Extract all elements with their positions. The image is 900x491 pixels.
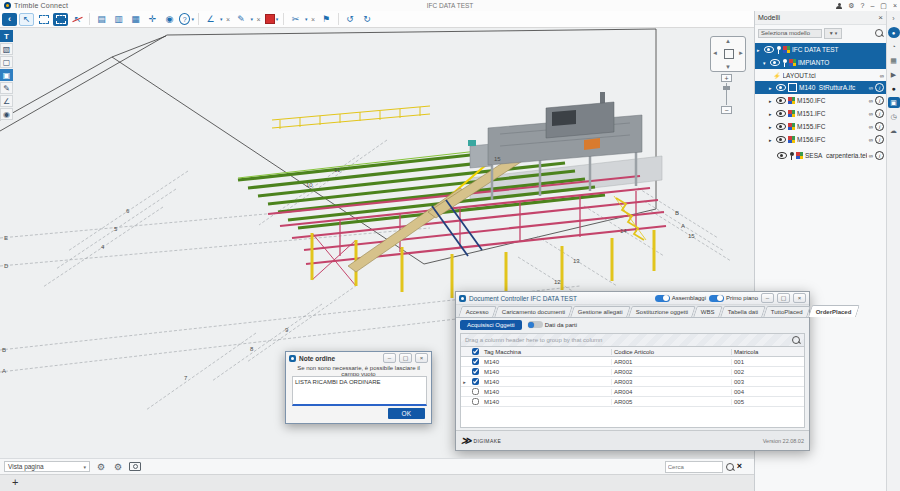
visibility-eye-icon[interactable] xyxy=(776,110,786,117)
tool-measure-button[interactable]: ∠ xyxy=(0,95,13,107)
fit-view-button[interactable]: ✛ xyxy=(145,13,160,26)
measure-close-icon[interactable]: × xyxy=(225,16,232,23)
table-row[interactable]: M140 AR005 005 xyxy=(461,397,804,407)
play-strip-icon[interactable]: ▶ xyxy=(888,69,900,80)
nav-up-arrow[interactable]: ▲ xyxy=(725,38,731,44)
minimize-button[interactable]: – xyxy=(870,2,874,9)
link-icon[interactable]: ∞ xyxy=(869,111,873,117)
tool-box-button[interactable]: ▢ xyxy=(0,56,13,68)
nav-home[interactable] xyxy=(724,49,734,59)
measure-button[interactable]: ∠ xyxy=(203,13,218,26)
column-header-matricola[interactable]: Matricola xyxy=(732,349,804,355)
search-icon[interactable] xyxy=(726,463,734,471)
undo-button[interactable]: ↺ xyxy=(343,13,358,26)
snapshot-strip-icon[interactable]: ▣ xyxy=(888,97,900,108)
expand-caret-icon[interactable]: ▸ xyxy=(769,124,774,130)
grid-search-icon[interactable] xyxy=(792,336,800,344)
chevron-down-icon[interactable]: ▾ xyxy=(251,16,254,22)
panel-view-1-button[interactable]: ▤ xyxy=(94,13,109,26)
close-search-icon[interactable]: × xyxy=(737,462,742,471)
table-row[interactable]: M140 AR004 004 xyxy=(461,387,804,397)
column-header-tag[interactable]: Tag Macchina xyxy=(482,349,612,355)
markup-pen-button[interactable]: ✎ xyxy=(234,13,249,26)
tree-item-model[interactable]: ▸ M156.IFC ∞i xyxy=(755,133,886,146)
tool-cube-button[interactable]: ▧ xyxy=(0,43,13,55)
link-icon[interactable]: ∞ xyxy=(869,124,873,130)
info-icon[interactable]: i xyxy=(875,122,884,131)
marquee-area-select-button[interactable] xyxy=(53,13,68,26)
pin-icon[interactable] xyxy=(782,59,787,67)
clip-button[interactable]: ✂ xyxy=(288,13,303,26)
expand-caret-icon[interactable]: ▸ xyxy=(769,137,774,143)
toggle-pill-icon[interactable] xyxy=(655,295,670,302)
filter-funnel-button[interactable]: ▼▾ xyxy=(824,28,842,39)
acquire-objects-button[interactable]: Acquisisci Oggetti xyxy=(460,320,522,330)
tab-caricamento-documenti[interactable]: Caricamento documenti xyxy=(494,306,573,317)
view-settings-gear-icon[interactable]: ⚙ xyxy=(112,461,124,473)
panel-view-2-button[interactable]: ▥ xyxy=(111,13,126,26)
tree-item-model[interactable]: ▸ M140_StRutturA.ifc ∞i xyxy=(755,81,886,94)
settings-gear-icon[interactable]: ⚙ xyxy=(848,2,854,9)
tree-item-model[interactable]: ▸ M155.IFC ∞i xyxy=(755,120,886,133)
camera-icon[interactable] xyxy=(129,462,141,471)
help-icon[interactable]: ? xyxy=(860,2,864,9)
visibility-eye-icon[interactable] xyxy=(764,46,774,53)
doc-minimize-button[interactable]: – xyxy=(761,293,774,303)
history-strip-icon[interactable]: ◷ xyxy=(888,111,900,122)
tab-tuttoplaced[interactable]: TuttoPlaced xyxy=(763,306,810,317)
clip-close-icon[interactable]: × xyxy=(310,16,317,23)
row-checkbox[interactable] xyxy=(472,388,479,395)
models-panel-close-icon[interactable]: × xyxy=(878,13,883,22)
note-text-field[interactable]: LISTA RICAMBI DA ORDINARE xyxy=(292,376,427,406)
tab-sostituzione-oggetti[interactable]: Sostituzione oggetti xyxy=(628,306,696,317)
expand-caret-icon[interactable]: ▾ xyxy=(763,60,768,66)
nav-down-arrow[interactable]: ▼ xyxy=(725,64,731,70)
maximize-button[interactable]: ▢ xyxy=(880,2,887,9)
search-icon[interactable] xyxy=(875,29,883,37)
row-checkbox[interactable] xyxy=(472,368,479,375)
column-header-codice[interactable]: Codice Articolo xyxy=(612,349,732,355)
add-view-tab-button[interactable]: + xyxy=(12,477,18,488)
models-strip-icon[interactable]: ● xyxy=(888,27,900,38)
tool-marker-button[interactable]: ▣ xyxy=(0,69,13,81)
nav-right-arrow[interactable]: ► xyxy=(738,50,744,56)
panel-view-3-button[interactable]: ▦ xyxy=(128,13,143,26)
expand-caret-icon[interactable]: ▸ xyxy=(769,85,774,91)
expand-caret-icon[interactable]: ▸ xyxy=(769,98,774,104)
info-icon[interactable]: i xyxy=(875,135,884,144)
doc-close-button[interactable]: × xyxy=(793,293,806,303)
link-icon[interactable]: ∞ xyxy=(869,153,873,159)
tree-item-model[interactable]: SESA_carpenteria.tekla ∞i xyxy=(755,149,886,162)
note-minimize-button[interactable]: – xyxy=(383,353,396,363)
pin-icon[interactable] xyxy=(789,152,794,160)
tree-item-model[interactable]: ▸ M150.IFC ∞i xyxy=(755,94,886,107)
toggle-pill-icon[interactable] xyxy=(709,295,724,302)
close-button[interactable]: × xyxy=(893,2,897,9)
link-icon[interactable]: ∞ xyxy=(880,73,884,79)
nav-left-arrow[interactable]: ◄ xyxy=(712,50,718,56)
settings-gear-icon[interactable]: ⚙ xyxy=(95,461,107,473)
pin-icon[interactable] xyxy=(776,46,781,54)
tree-item-project[interactable]: ▸ IFC DATA TEST xyxy=(755,43,886,56)
note-maximize-button[interactable]: ▢ xyxy=(399,353,412,363)
tree-item-group[interactable]: ▾ IMPIANTO xyxy=(755,56,886,69)
info-icon[interactable]: i xyxy=(875,109,884,118)
zoom-slider[interactable]: + − xyxy=(721,74,733,114)
navigation-cube[interactable]: ▲ ▼ ◄ ► xyxy=(710,36,746,72)
parts-data-toggle[interactable]: Dati da parti xyxy=(528,321,577,328)
globe-button[interactable]: ◉ xyxy=(162,13,177,26)
assemblies-toggle[interactable]: Assemblaggi xyxy=(655,295,706,302)
chevron-down-icon[interactable]: ▾ xyxy=(220,16,223,22)
doc-maximize-button[interactable]: ▢ xyxy=(777,293,790,303)
tab-gestione-allegati[interactable]: Gestione allegati xyxy=(570,306,630,317)
table-row[interactable]: M140 AR002 002 xyxy=(461,367,804,377)
ok-button[interactable]: OK xyxy=(388,408,425,419)
views-strip-icon[interactable]: ◔ xyxy=(888,41,900,52)
row-checkbox[interactable] xyxy=(472,358,479,365)
table-row-current[interactable]: ▸ M140 AR003 003 xyxy=(461,377,804,387)
expand-caret-icon[interactable]: ▸ xyxy=(757,47,762,53)
tab-orderplaced[interactable]: OrderPlaced xyxy=(808,305,860,317)
visibility-eye-icon[interactable] xyxy=(776,123,786,130)
tool-camera-button[interactable]: ◉ xyxy=(0,108,13,120)
link-icon[interactable]: ∞ xyxy=(869,98,873,104)
